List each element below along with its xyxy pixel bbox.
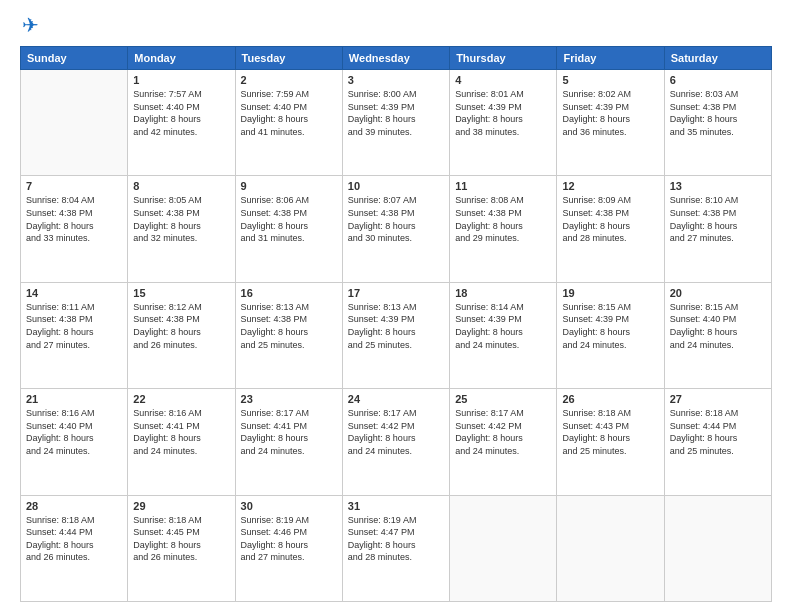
day-number: 7: [26, 180, 122, 192]
logo: ✈: [20, 16, 39, 36]
day-number: 4: [455, 74, 551, 86]
day-info: Sunrise: 8:19 AM Sunset: 4:47 PM Dayligh…: [348, 514, 444, 564]
calendar-cell: 20Sunrise: 8:15 AM Sunset: 4:40 PM Dayli…: [664, 282, 771, 388]
calendar-cell: 15Sunrise: 8:12 AM Sunset: 4:38 PM Dayli…: [128, 282, 235, 388]
calendar-cell: 9Sunrise: 8:06 AM Sunset: 4:38 PM Daylig…: [235, 176, 342, 282]
day-number: 29: [133, 500, 229, 512]
day-number: 23: [241, 393, 337, 405]
calendar-cell: [21, 70, 128, 176]
day-info: Sunrise: 8:15 AM Sunset: 4:40 PM Dayligh…: [670, 301, 766, 351]
calendar-cell: 16Sunrise: 8:13 AM Sunset: 4:38 PM Dayli…: [235, 282, 342, 388]
calendar-day-header: Sunday: [21, 47, 128, 70]
day-number: 16: [241, 287, 337, 299]
day-number: 22: [133, 393, 229, 405]
day-number: 26: [562, 393, 658, 405]
day-info: Sunrise: 8:13 AM Sunset: 4:39 PM Dayligh…: [348, 301, 444, 351]
day-info: Sunrise: 8:18 AM Sunset: 4:45 PM Dayligh…: [133, 514, 229, 564]
day-info: Sunrise: 8:17 AM Sunset: 4:41 PM Dayligh…: [241, 407, 337, 457]
calendar-cell: 10Sunrise: 8:07 AM Sunset: 4:38 PM Dayli…: [342, 176, 449, 282]
day-info: Sunrise: 8:12 AM Sunset: 4:38 PM Dayligh…: [133, 301, 229, 351]
calendar-cell: 30Sunrise: 8:19 AM Sunset: 4:46 PM Dayli…: [235, 495, 342, 601]
day-info: Sunrise: 8:17 AM Sunset: 4:42 PM Dayligh…: [455, 407, 551, 457]
calendar-cell: 17Sunrise: 8:13 AM Sunset: 4:39 PM Dayli…: [342, 282, 449, 388]
day-number: 30: [241, 500, 337, 512]
calendar-cell: 6Sunrise: 8:03 AM Sunset: 4:38 PM Daylig…: [664, 70, 771, 176]
calendar-cell: 22Sunrise: 8:16 AM Sunset: 4:41 PM Dayli…: [128, 389, 235, 495]
day-info: Sunrise: 8:04 AM Sunset: 4:38 PM Dayligh…: [26, 194, 122, 244]
day-info: Sunrise: 8:18 AM Sunset: 4:44 PM Dayligh…: [670, 407, 766, 457]
calendar-cell: 18Sunrise: 8:14 AM Sunset: 4:39 PM Dayli…: [450, 282, 557, 388]
calendar-cell: [664, 495, 771, 601]
day-info: Sunrise: 7:59 AM Sunset: 4:40 PM Dayligh…: [241, 88, 337, 138]
day-info: Sunrise: 8:19 AM Sunset: 4:46 PM Dayligh…: [241, 514, 337, 564]
calendar-cell: 4Sunrise: 8:01 AM Sunset: 4:39 PM Daylig…: [450, 70, 557, 176]
day-info: Sunrise: 8:11 AM Sunset: 4:38 PM Dayligh…: [26, 301, 122, 351]
calendar-day-header: Thursday: [450, 47, 557, 70]
calendar-cell: 2Sunrise: 7:59 AM Sunset: 4:40 PM Daylig…: [235, 70, 342, 176]
calendar-cell: 21Sunrise: 8:16 AM Sunset: 4:40 PM Dayli…: [21, 389, 128, 495]
calendar-header-row: SundayMondayTuesdayWednesdayThursdayFrid…: [21, 47, 772, 70]
day-number: 15: [133, 287, 229, 299]
day-number: 14: [26, 287, 122, 299]
day-number: 13: [670, 180, 766, 192]
logo-icon: ✈: [22, 14, 39, 36]
calendar-cell: [557, 495, 664, 601]
calendar-day-header: Friday: [557, 47, 664, 70]
day-info: Sunrise: 8:18 AM Sunset: 4:44 PM Dayligh…: [26, 514, 122, 564]
day-info: Sunrise: 8:07 AM Sunset: 4:38 PM Dayligh…: [348, 194, 444, 244]
calendar-cell: 26Sunrise: 8:18 AM Sunset: 4:43 PM Dayli…: [557, 389, 664, 495]
calendar-week-row: 1Sunrise: 7:57 AM Sunset: 4:40 PM Daylig…: [21, 70, 772, 176]
calendar-week-row: 14Sunrise: 8:11 AM Sunset: 4:38 PM Dayli…: [21, 282, 772, 388]
calendar-week-row: 7Sunrise: 8:04 AM Sunset: 4:38 PM Daylig…: [21, 176, 772, 282]
header: ✈: [20, 16, 772, 36]
day-number: 27: [670, 393, 766, 405]
calendar-cell: 31Sunrise: 8:19 AM Sunset: 4:47 PM Dayli…: [342, 495, 449, 601]
calendar-cell: 12Sunrise: 8:09 AM Sunset: 4:38 PM Dayli…: [557, 176, 664, 282]
calendar-cell: 28Sunrise: 8:18 AM Sunset: 4:44 PM Dayli…: [21, 495, 128, 601]
day-number: 12: [562, 180, 658, 192]
day-number: 18: [455, 287, 551, 299]
day-number: 10: [348, 180, 444, 192]
calendar-cell: 13Sunrise: 8:10 AM Sunset: 4:38 PM Dayli…: [664, 176, 771, 282]
day-info: Sunrise: 8:15 AM Sunset: 4:39 PM Dayligh…: [562, 301, 658, 351]
calendar-cell: 25Sunrise: 8:17 AM Sunset: 4:42 PM Dayli…: [450, 389, 557, 495]
calendar-cell: 1Sunrise: 7:57 AM Sunset: 4:40 PM Daylig…: [128, 70, 235, 176]
day-number: 19: [562, 287, 658, 299]
calendar-cell: 5Sunrise: 8:02 AM Sunset: 4:39 PM Daylig…: [557, 70, 664, 176]
calendar-cell: 11Sunrise: 8:08 AM Sunset: 4:38 PM Dayli…: [450, 176, 557, 282]
day-info: Sunrise: 8:13 AM Sunset: 4:38 PM Dayligh…: [241, 301, 337, 351]
day-info: Sunrise: 8:03 AM Sunset: 4:38 PM Dayligh…: [670, 88, 766, 138]
day-number: 8: [133, 180, 229, 192]
day-info: Sunrise: 8:01 AM Sunset: 4:39 PM Dayligh…: [455, 88, 551, 138]
day-info: Sunrise: 8:08 AM Sunset: 4:38 PM Dayligh…: [455, 194, 551, 244]
calendar-cell: [450, 495, 557, 601]
day-info: Sunrise: 8:18 AM Sunset: 4:43 PM Dayligh…: [562, 407, 658, 457]
day-info: Sunrise: 8:05 AM Sunset: 4:38 PM Dayligh…: [133, 194, 229, 244]
day-info: Sunrise: 8:16 AM Sunset: 4:41 PM Dayligh…: [133, 407, 229, 457]
day-info: Sunrise: 8:09 AM Sunset: 4:38 PM Dayligh…: [562, 194, 658, 244]
day-info: Sunrise: 8:14 AM Sunset: 4:39 PM Dayligh…: [455, 301, 551, 351]
calendar-day-header: Monday: [128, 47, 235, 70]
day-number: 1: [133, 74, 229, 86]
day-info: Sunrise: 8:17 AM Sunset: 4:42 PM Dayligh…: [348, 407, 444, 457]
day-number: 25: [455, 393, 551, 405]
calendar-cell: 7Sunrise: 8:04 AM Sunset: 4:38 PM Daylig…: [21, 176, 128, 282]
day-info: Sunrise: 8:00 AM Sunset: 4:39 PM Dayligh…: [348, 88, 444, 138]
day-number: 20: [670, 287, 766, 299]
day-info: Sunrise: 8:10 AM Sunset: 4:38 PM Dayligh…: [670, 194, 766, 244]
day-info: Sunrise: 8:06 AM Sunset: 4:38 PM Dayligh…: [241, 194, 337, 244]
calendar-cell: 23Sunrise: 8:17 AM Sunset: 4:41 PM Dayli…: [235, 389, 342, 495]
day-number: 31: [348, 500, 444, 512]
day-number: 21: [26, 393, 122, 405]
calendar-week-row: 21Sunrise: 8:16 AM Sunset: 4:40 PM Dayli…: [21, 389, 772, 495]
day-number: 6: [670, 74, 766, 86]
calendar-day-header: Saturday: [664, 47, 771, 70]
calendar-cell: 3Sunrise: 8:00 AM Sunset: 4:39 PM Daylig…: [342, 70, 449, 176]
day-number: 28: [26, 500, 122, 512]
day-number: 3: [348, 74, 444, 86]
day-number: 17: [348, 287, 444, 299]
day-number: 24: [348, 393, 444, 405]
day-info: Sunrise: 8:16 AM Sunset: 4:40 PM Dayligh…: [26, 407, 122, 457]
day-number: 5: [562, 74, 658, 86]
day-info: Sunrise: 8:02 AM Sunset: 4:39 PM Dayligh…: [562, 88, 658, 138]
